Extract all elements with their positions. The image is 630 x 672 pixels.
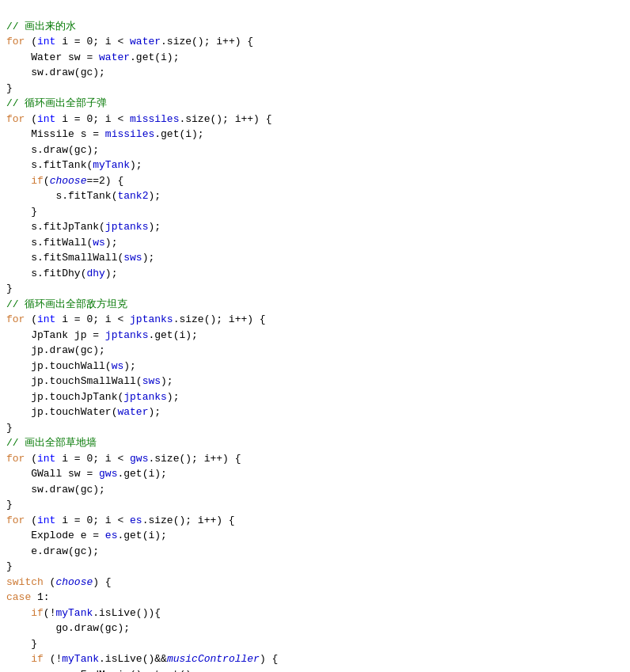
code-token: int: [37, 112, 55, 127]
code-token: sw =: [62, 50, 99, 66]
indent-space: [6, 173, 31, 189]
indent-space: [6, 250, 31, 266]
code-token: GWall: [31, 466, 62, 482]
code-token: .isLive()){: [93, 606, 161, 621]
code-editor: // 画出来的水for (int i = 0; i < water.size()…: [0, 3, 630, 672]
code-line: for (int i = 0; i < jptanks.size(); i++)…: [6, 312, 624, 328]
code-line: jp.touchWater(water);: [6, 404, 624, 420]
indent-space: [6, 343, 31, 359]
code-line: GWall sw = gws.get(i);: [6, 466, 624, 482]
code-line: }: [6, 281, 624, 297]
code-token: //: [6, 19, 25, 35]
code-line: if (!myTank.isLive()&&musicController) {: [6, 651, 624, 667]
code-line: Water sw = water.get(i);: [6, 50, 624, 66]
code-token: .get(i);: [117, 528, 166, 544]
code-token: );: [161, 374, 173, 389]
code-token: .size(); i++) {: [148, 451, 241, 467]
code-token: 画出全部草地墙: [25, 435, 97, 451]
code-line: // 循环画出全部敌方坦克: [6, 297, 624, 313]
code-token: water: [117, 404, 148, 420]
code-line: s.fitJpTank(jptanks);: [6, 219, 624, 235]
code-line: s.fitWall(ws);: [6, 235, 624, 251]
code-token: ) {: [260, 651, 278, 667]
code-token: ws: [112, 359, 124, 374]
code-token: s.fitWall(: [31, 235, 93, 251]
code-token: s =: [74, 127, 105, 142]
code-token: );: [105, 235, 118, 251]
code-token: i = 0; i <: [55, 112, 130, 127]
code-token: gws: [99, 466, 117, 482]
code-token: );: [86, 544, 99, 560]
code-token: jp.touchSmallWall(: [31, 374, 142, 389]
code-token: gws: [130, 451, 148, 467]
code-token: sws: [142, 374, 161, 389]
code-token: musicController: [167, 651, 260, 667]
code-token: );: [148, 404, 161, 420]
code-token: sw.draw(: [31, 65, 80, 81]
code-token: //: [6, 435, 25, 451]
code-token: //: [6, 96, 25, 112]
code-token: (: [25, 312, 37, 328]
code-token: );: [93, 65, 105, 81]
code-token: ws: [93, 235, 105, 251]
code-token: (: [25, 513, 37, 529]
code-token: }: [31, 636, 37, 652]
indent-space: [6, 50, 31, 66]
code-line: }: [6, 497, 624, 513]
code-line: }: [6, 204, 624, 220]
code-token: (: [25, 112, 37, 127]
code-token: s.fitTank(: [55, 188, 117, 204]
code-token: 循环画出全部敌方坦克: [25, 297, 127, 313]
code-token: );: [86, 142, 99, 158]
code-token: jp.touchWater(: [31, 404, 117, 420]
code-token: jp.touchJpTank(: [31, 389, 123, 405]
code-line: }: [6, 636, 624, 652]
code-token: ==2) {: [86, 173, 123, 189]
code-token: gc: [81, 65, 93, 81]
code-token: es: [105, 528, 118, 544]
code-token: dhy: [86, 266, 104, 282]
indent-space: [6, 544, 31, 560]
code-token: }: [6, 420, 13, 436]
code-token: jptanks: [105, 328, 149, 344]
code-token: tank2: [117, 188, 148, 204]
code-token: (!: [44, 606, 56, 621]
code-line: }: [6, 420, 624, 436]
code-token: );: [167, 389, 180, 405]
indent-space: [6, 636, 31, 652]
code-token: }: [6, 81, 13, 97]
code-token: );: [148, 188, 161, 204]
code-line: }: [6, 81, 624, 97]
code-token: ) {: [93, 575, 111, 590]
indent-space: [6, 188, 55, 204]
code-line: // 循环画出全部子弹: [6, 96, 624, 112]
indent-space: [6, 328, 31, 344]
code-token: );: [93, 482, 105, 498]
code-token: }: [6, 559, 13, 575]
code-token: }: [31, 204, 37, 220]
code-token: sw =: [62, 466, 99, 482]
indent-space: [6, 158, 31, 173]
code-token: .size(); i++) {: [142, 513, 235, 529]
code-token: for: [6, 112, 25, 127]
code-line: for (int i = 0; i < water.size(); i++) {: [6, 34, 624, 50]
code-token: for: [6, 34, 25, 50]
code-token: i = 0; i <: [55, 312, 130, 328]
indent-space: [6, 235, 31, 251]
code-token: Water: [31, 50, 62, 66]
code-line: s.draw(gc);: [6, 142, 624, 158]
indent-space: [6, 528, 31, 544]
code-token: .draw(: [68, 621, 105, 636]
code-token: gc: [74, 544, 87, 560]
code-token: );: [105, 266, 118, 282]
code-token: 画出来的水: [25, 19, 76, 35]
code-line: s.fitDhy(dhy);: [6, 266, 624, 282]
code-token: myTank: [93, 158, 130, 173]
code-token: myTank: [55, 606, 93, 621]
code-token: if: [31, 173, 44, 189]
code-line: for (int i = 0; i < es.size(); i++) {: [6, 513, 624, 529]
code-token: (!: [44, 651, 62, 667]
code-token: e.draw(: [31, 544, 74, 560]
code-token: s.fitSmallWall(: [31, 250, 123, 266]
code-token: go: [55, 621, 68, 636]
